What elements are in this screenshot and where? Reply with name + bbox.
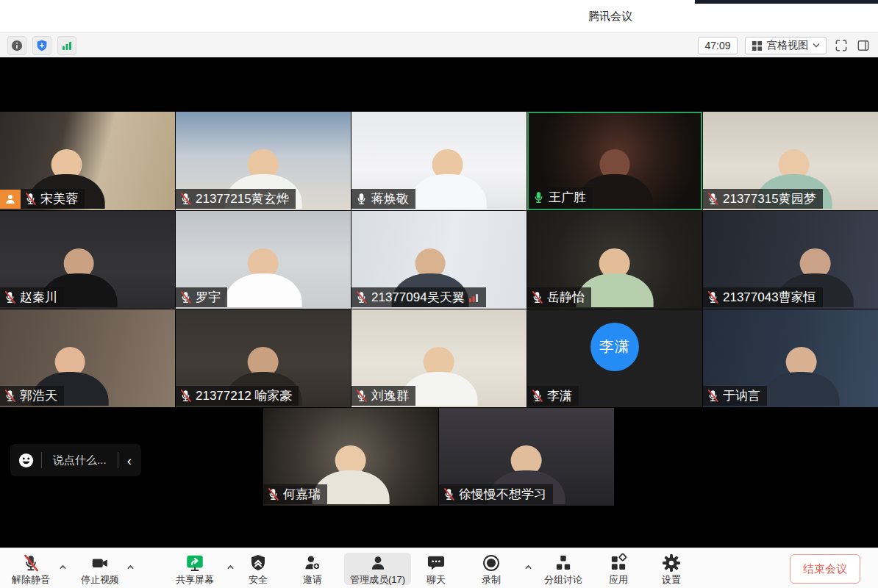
stop-video-label: 停止视频 — [81, 575, 119, 584]
members-icon — [368, 553, 388, 573]
participant-name: 徐慢慢不想学习 — [459, 488, 546, 501]
video-tile[interactable]: 王广胜 — [527, 112, 702, 210]
video-tile[interactable]: 于讷言 — [703, 309, 878, 407]
side-panel-button[interactable] — [856, 38, 871, 53]
manage-members-button[interactable]: 管理成员(17) — [344, 553, 411, 585]
chat-quick-input[interactable]: 说点什么... ‹ — [10, 444, 141, 476]
participant-name: 刘逸群 — [371, 390, 409, 402]
participant-name-tag: 21377315黄园梦 — [703, 189, 823, 209]
participant-silhouette — [410, 149, 487, 210]
muted-mic-icon — [266, 487, 280, 501]
side-panel-icon — [856, 38, 871, 53]
participant-name-tag: 宋美蓉 — [21, 189, 85, 209]
video-tile[interactable]: 21377215黄玄烨 — [176, 112, 351, 210]
emoji-icon[interactable] — [18, 452, 35, 469]
muted-mic-icon — [3, 389, 17, 403]
video-tile[interactable]: 21377043曹家恒 — [703, 211, 878, 309]
muted-mic-icon — [530, 389, 544, 403]
participant-name: 赵秦川 — [20, 291, 57, 304]
participant-silhouette — [763, 347, 840, 407]
video-tile[interactable]: 何嘉瑞 — [263, 408, 438, 506]
chat-button[interactable]: 聊天 — [421, 553, 452, 585]
fullscreen-icon — [834, 38, 849, 53]
share-screen-button[interactable]: 共享屏幕 — [170, 553, 220, 585]
audio-options-chevron[interactable] — [57, 562, 68, 572]
security-shield-icon — [249, 553, 268, 573]
video-tile[interactable]: 宋美蓉 — [0, 112, 175, 210]
chat-label: 聊天 — [426, 575, 446, 584]
muted-mic-icon — [354, 389, 368, 403]
chat-placeholder[interactable]: 说点什么... — [49, 453, 111, 467]
video-tile[interactable]: 李潇李潇 — [527, 309, 702, 407]
record-options-chevron[interactable] — [523, 562, 533, 572]
participant-name: 于讷言 — [723, 390, 760, 402]
participant-name-tag: 21377215黄玄烨 — [176, 189, 296, 209]
participant-name-tag: 21377043曹家恒 — [703, 287, 823, 307]
meeting-info-button[interactable] — [7, 36, 26, 55]
meeting-toolbar: 解除静音 停止视频 共享屏幕 安全 — [0, 548, 878, 588]
background-strip — [695, 0, 878, 4]
network-stats-button[interactable] — [57, 36, 76, 55]
participant-name: 21377315黄园梦 — [723, 193, 816, 205]
unmute-button[interactable]: 解除静音 — [6, 553, 56, 585]
divider — [41, 452, 42, 468]
fullscreen-button[interactable] — [834, 38, 849, 53]
participant-name-tag: 赵秦川 — [0, 287, 64, 307]
window-title: 腾讯会议 — [588, 10, 632, 24]
muted-mic-icon — [706, 389, 720, 403]
unmute-label: 解除静音 — [12, 575, 50, 584]
participant-name-tag: 刘逸群 — [351, 386, 415, 406]
apps-button[interactable]: 应用 — [603, 553, 634, 585]
muted-mic-icon — [179, 290, 193, 304]
chevron-down-icon — [813, 43, 820, 49]
video-tile[interactable]: 郭浩天 — [0, 309, 175, 407]
participant-name-tag: 徐慢慢不想学习 — [439, 484, 553, 504]
gear-icon — [662, 553, 681, 573]
participant-name-tag: 于讷言 — [703, 386, 767, 406]
camera-icon — [90, 553, 110, 573]
share-screen-icon — [185, 553, 205, 573]
video-tile[interactable]: 徐慢慢不想学习 — [439, 408, 614, 506]
share-options-chevron[interactable] — [225, 562, 235, 572]
participant-name-tag: 21377094吴天翼 — [351, 287, 486, 307]
view-mode-label: 宫格视图 — [767, 39, 808, 52]
end-meeting-label: 结束会议 — [803, 562, 847, 576]
participant-name: 21377212 喻家豪 — [196, 390, 292, 402]
video-tile[interactable]: 21377315黄园梦 — [703, 112, 878, 210]
video-tile[interactable]: 21377094吴天翼 — [351, 211, 527, 309]
muted-mic-icon — [3, 290, 17, 304]
security-shield-button[interactable] — [32, 36, 51, 55]
shield-plus-icon — [35, 39, 49, 52]
mic-on-icon — [354, 192, 368, 206]
settings-button[interactable]: 设置 — [656, 553, 687, 585]
stop-video-button[interactable]: 停止视频 — [75, 553, 125, 585]
chat-bubble-icon — [426, 553, 446, 573]
muted-mic-icon — [442, 487, 456, 501]
speaking-mic-icon — [532, 190, 546, 204]
video-options-chevron[interactable] — [125, 562, 135, 572]
participant-name-tag: 岳静怡 — [527, 287, 591, 307]
video-tile[interactable]: 赵秦川 — [0, 211, 175, 309]
video-tile[interactable]: 蒋焕敬 — [351, 112, 527, 210]
security-button[interactable]: 安全 — [243, 553, 274, 585]
muted-mic-icon — [354, 290, 368, 304]
end-meeting-button[interactable]: 结束会议 — [790, 554, 860, 584]
invite-button[interactable]: 邀请 — [297, 553, 328, 585]
muted-mic-icon — [179, 192, 193, 206]
video-tile[interactable]: 罗宇 — [176, 211, 351, 309]
video-tile[interactable]: 刘逸群 — [351, 309, 527, 407]
share-screen-label: 共享屏幕 — [176, 575, 214, 584]
timer-value: 47:09 — [704, 40, 730, 51]
participant-name-tag: 王广胜 — [529, 187, 593, 207]
view-mode-button[interactable]: 宫格视图 — [745, 37, 827, 54]
collapse-chat-icon[interactable]: ‹ — [125, 453, 134, 467]
video-tile[interactable]: 21377212 喻家豪 — [176, 309, 351, 407]
breakout-rooms-button[interactable]: 分组讨论 — [538, 553, 588, 585]
participant-name: 罗宇 — [196, 291, 221, 304]
security-label: 安全 — [249, 575, 268, 584]
video-tile[interactable]: 岳静怡 — [527, 211, 702, 309]
record-button[interactable]: 录制 — [476, 553, 507, 585]
muted-mic-icon — [24, 192, 38, 206]
record-icon — [482, 553, 501, 573]
meeting-timer: 47:09 — [698, 37, 738, 54]
